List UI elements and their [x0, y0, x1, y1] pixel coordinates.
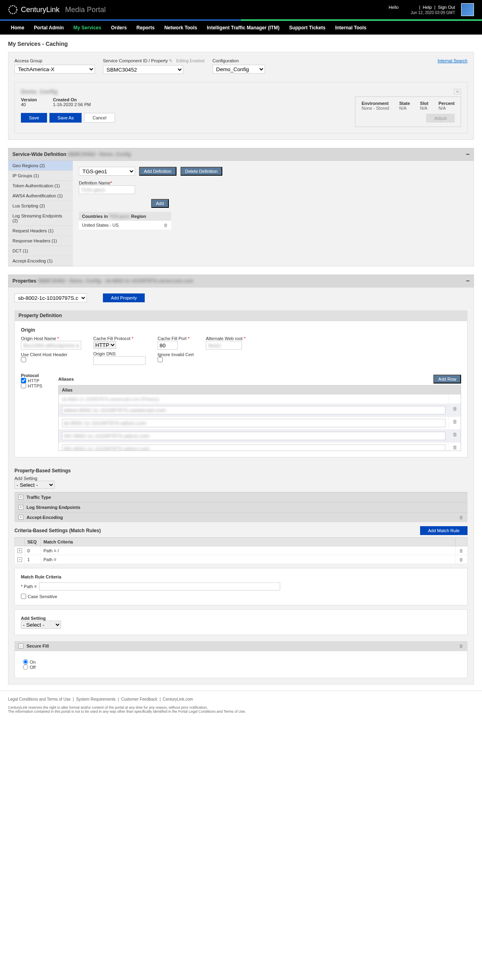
add-setting2-select[interactable]: - Select -: [21, 621, 61, 629]
expand-icon[interactable]: +: [17, 548, 22, 553]
help-link[interactable]: Help: [423, 5, 432, 10]
footer-feedback[interactable]: Customer Feedback: [121, 697, 157, 701]
swd-header[interactable]: Service-Wide Definition SBMC30452 - Demo…: [8, 148, 474, 161]
sidebar-item-resp[interactable]: Response Headers (1): [8, 236, 73, 246]
nav-portal-admin[interactable]: Portal Admin: [29, 21, 68, 35]
svg-point-0: [9, 6, 17, 14]
nav-orders[interactable]: Orders: [106, 21, 131, 35]
region-select[interactable]: TGS-geo1: [79, 167, 135, 176]
nav-support-tickets[interactable]: Support Tickets: [284, 21, 330, 35]
http-checkbox[interactable]: [21, 378, 26, 383]
alias-input[interactable]: [62, 432, 445, 440]
sidebar-item-ip[interactable]: IP Groups (1): [8, 171, 73, 181]
collapse-icon[interactable]: −: [466, 277, 470, 285]
ignore-invalid-checkbox[interactable]: [158, 357, 163, 362]
alias-input[interactable]: [62, 445, 445, 451]
cancel-button[interactable]: Cancel: [84, 113, 115, 123]
path-input[interactable]: [39, 582, 280, 590]
cache-fill-port-input[interactable]: [158, 341, 178, 350]
expand-icon[interactable]: +: [18, 505, 23, 510]
sidebar-item-aws4[interactable]: AWS4 Authentification (1): [8, 191, 73, 201]
hello-text: Hello: [389, 5, 399, 10]
add-row-button[interactable]: Add Row: [433, 375, 461, 383]
alias-delete-icon[interactable]: 🗑: [449, 443, 461, 451]
footer-sysreq[interactable]: System Requirements: [76, 697, 115, 701]
add-button[interactable]: Add: [151, 199, 169, 208]
secure-fill-off-radio[interactable]: [23, 664, 28, 670]
nav-internal-tools[interactable]: Internal Tools: [330, 21, 371, 35]
origin-host-label: Origin Host Name: [21, 336, 56, 341]
alias-input[interactable]: [62, 419, 445, 427]
sidebar-item-lua[interactable]: Lua Scripting (2): [8, 201, 73, 211]
origin-dns-input[interactable]: [93, 356, 146, 365]
topright: Hello Matthew | Help | Sign Out Jun 12, …: [389, 3, 474, 16]
editing-enabled: Editing Enabled: [176, 59, 205, 63]
protocol-label: Protocol: [21, 373, 42, 378]
config-select[interactable]: Demo_Config: [213, 65, 265, 74]
delete-rule-icon[interactable]: 🗑: [455, 555, 468, 564]
slot-label: Slot: [420, 101, 429, 106]
add-definition-button[interactable]: Add Definition: [139, 167, 176, 176]
collapse-icon[interactable]: −: [466, 151, 470, 158]
footer-legal[interactable]: Legal Conditions and Terms of Use: [8, 697, 70, 701]
props-title: Properties: [12, 278, 36, 284]
scid-select[interactable]: SBMC30452: [103, 65, 183, 74]
nav-reports[interactable]: Reports: [131, 21, 159, 35]
alias-delete-icon[interactable]: 🗑: [449, 404, 461, 416]
swd-sidebar: Geo Regions (2) IP Groups (1) Token Auth…: [8, 161, 73, 266]
sidebar-item-ae[interactable]: Accept-Encoding (1): [8, 256, 73, 266]
brand: CenturyLink Media Portal: [8, 5, 106, 14]
expand-icon[interactable]: +: [18, 515, 23, 520]
collapse-icon[interactable]: −: [18, 644, 23, 648]
username: Matthew: [400, 5, 417, 10]
alias-rows: sb-8002-1c-10109797S.careercast.com (Pri…: [59, 394, 461, 451]
config-label: Configuration: [213, 58, 265, 63]
delete-secure-fill-icon[interactable]: 🗑: [459, 644, 464, 648]
property-select[interactable]: sb-8002-1c-10109797S.careercast.com: [14, 293, 87, 302]
internal-search-link[interactable]: Internal Search: [437, 58, 468, 63]
sidebar-item-token[interactable]: Token Authentication (1): [8, 181, 73, 191]
def-name-input[interactable]: [79, 185, 135, 194]
nav-my-services[interactable]: My Services: [69, 21, 106, 35]
add-setting2-label: Add Setting: [21, 616, 461, 621]
case-sensitive-checkbox[interactable]: [21, 594, 26, 599]
percent-label: Percent: [439, 101, 455, 106]
alt-web-root-input[interactable]: [206, 341, 242, 350]
alias-delete-icon[interactable]: 🗑: [449, 430, 461, 442]
cache-fill-proto-select[interactable]: HTTP: [93, 341, 116, 349]
origin-host-input[interactable]: [21, 341, 81, 350]
delete-rule-icon[interactable]: 🗑: [455, 546, 468, 555]
add-match-rule-button[interactable]: Add Match Rule: [420, 526, 468, 535]
delete-country-icon[interactable]: 🗑: [164, 223, 168, 228]
use-client-host-checkbox[interactable]: [21, 357, 26, 362]
add-property-button[interactable]: Add Property: [103, 293, 145, 302]
signout-link[interactable]: Sign Out: [438, 5, 455, 10]
alias-delete-icon[interactable]: 🗑: [449, 417, 461, 429]
https-checkbox[interactable]: [21, 383, 26, 388]
secure-fill-on-radio[interactable]: [23, 659, 28, 664]
nav-itm[interactable]: Intelligent Traffic Manager (ITM): [202, 21, 284, 35]
add-setting-select[interactable]: - Select -: [14, 481, 55, 489]
props-header[interactable]: Properties SBMC30452 - Demo_Config - sb-…: [8, 275, 474, 287]
alias-input[interactable]: [62, 406, 445, 414]
footer-cl[interactable]: CenturyLink.com: [163, 697, 193, 701]
access-group-select[interactable]: TechAmerica-X: [14, 65, 95, 74]
save-button[interactable]: Save: [21, 113, 47, 123]
expand-icon[interactable]: +: [18, 495, 23, 500]
off-label: Off: [30, 665, 35, 670]
save-as-button[interactable]: Save As: [49, 113, 82, 123]
countries-region: Region: [131, 214, 146, 219]
sidebar-item-dct[interactable]: DCT (1): [8, 246, 73, 256]
sidebar-item-geo[interactable]: Geo Regions (2): [8, 161, 73, 171]
delete-setting-icon[interactable]: 🗑: [459, 515, 464, 520]
delete-definition-button[interactable]: Delete Definition: [180, 167, 223, 176]
percent-value: N/A: [439, 106, 455, 111]
collapse-icon[interactable]: −: [17, 557, 22, 562]
sidebar-item-req[interactable]: Request Headers (1): [8, 226, 73, 236]
nav-home[interactable]: Home: [6, 21, 29, 35]
brand-name: CenturyLink: [21, 6, 59, 14]
adjust-button[interactable]: Adjust: [426, 114, 455, 123]
alias-delete-icon: [449, 395, 461, 404]
sidebar-item-log[interactable]: Log Streaming Endpoints (2): [8, 211, 73, 226]
nav-network-tools[interactable]: Network Tools: [160, 21, 202, 35]
